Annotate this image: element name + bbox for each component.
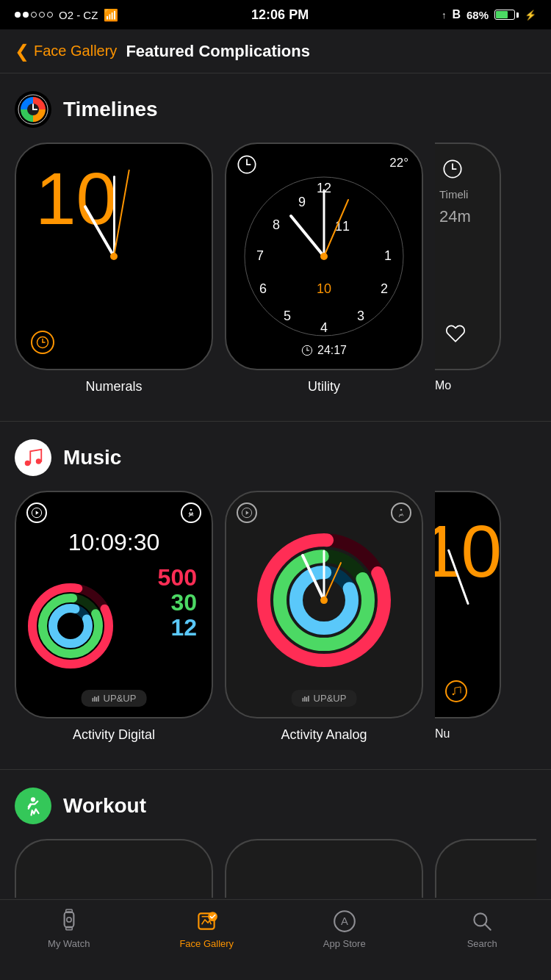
numerals-card[interactable]: 10 Numerals <box>15 143 213 394</box>
svg-text:7: 7 <box>256 248 264 263</box>
act-rings <box>26 582 115 673</box>
back-chevron-icon: ❮ <box>15 41 29 62</box>
tab-search[interactable]: Search <box>414 909 552 949</box>
svg-text:A: A <box>341 915 348 927</box>
workout-face-partial-2 <box>225 839 423 898</box>
numerals-face: 10 <box>15 143 213 370</box>
center-dot <box>110 253 118 260</box>
act-calories: 500 <box>158 566 197 589</box>
svg-point-48 <box>400 509 403 511</box>
svg-line-74 <box>486 924 491 929</box>
timelines-cards: 10 Numerals <box>15 143 536 409</box>
svg-text:9: 9 <box>298 195 306 209</box>
svg-point-68 <box>67 918 71 922</box>
svg-text:2: 2 <box>381 281 388 296</box>
workout-card-2[interactable] <box>225 839 423 898</box>
modular-clock-icon <box>442 159 463 182</box>
svg-point-34 <box>36 458 42 464</box>
workout-card-3[interactable] <box>435 839 536 898</box>
status-right: ↑ B 68% ⚡ <box>442 8 536 21</box>
battery-fill <box>496 11 508 18</box>
numerals-hour: 10 <box>35 162 117 235</box>
svg-rect-62 <box>308 696 309 702</box>
timelines-icon <box>15 91 51 128</box>
activity-analog-card[interactable]: UP&UP Activity Analog <box>225 491 423 743</box>
svg-rect-59 <box>303 698 304 702</box>
signal-dot-1 <box>15 12 21 18</box>
svg-text:1: 1 <box>384 248 392 263</box>
complication-clock-icon <box>36 336 49 349</box>
activity-digital-label: Activity Digital <box>73 727 155 743</box>
svg-point-58 <box>320 597 328 604</box>
svg-line-23 <box>291 216 324 256</box>
svg-point-26 <box>320 253 328 260</box>
tab-my-watch-label: My Watch <box>48 938 90 949</box>
wifi-icon: 📶 <box>104 8 118 22</box>
tab-app-store[interactable]: A App Store <box>276 909 414 949</box>
analog-run-complication <box>391 502 411 523</box>
tab-search-label: Search <box>467 938 497 949</box>
numerals-partial-label: Nu <box>435 727 450 741</box>
numerals-partial-card: 10 Nu <box>435 491 501 743</box>
music-title: Music <box>63 446 121 469</box>
music-cards: 10:09:30 500 30 12 <box>15 491 536 757</box>
heart-icon <box>445 323 466 347</box>
svg-rect-65 <box>64 912 73 927</box>
svg-text:10: 10 <box>317 281 331 296</box>
timelines-section: Timelines 10 <box>0 73 551 409</box>
status-left: O2 - CZ 📶 <box>15 8 118 22</box>
music-header: Music <box>15 439 536 476</box>
svg-rect-43 <box>93 698 94 702</box>
activity-analog-label: Activity Analog <box>281 727 367 743</box>
utility-clock-svg: 12 1 2 3 4 5 6 7 8 9 10 11 <box>240 172 408 341</box>
status-bar: O2 - CZ 📶 12:06 PM ↑ B 68% ⚡ <box>0 0 551 29</box>
battery-tip <box>516 12 519 18</box>
svg-text:5: 5 <box>284 309 291 323</box>
svg-point-64 <box>31 797 35 801</box>
back-button[interactable]: ❮ Face Gallery <box>15 41 117 62</box>
partial-number: 10 <box>435 514 501 588</box>
act-music-text: UP&UP <box>104 693 137 704</box>
music-icon <box>15 439 51 476</box>
utility-digital-time: 24:17 <box>301 344 347 357</box>
battery-body <box>494 10 515 20</box>
act-digital-time: 10:09:30 <box>68 529 160 556</box>
utility-temp: 22° <box>389 156 408 170</box>
act-minutes: 30 <box>170 591 197 614</box>
tab-my-watch[interactable]: My Watch <box>0 909 138 949</box>
svg-point-36 <box>190 509 192 511</box>
svg-rect-60 <box>304 696 306 702</box>
act-music-complication <box>26 502 47 523</box>
battery-percent: 68% <box>467 9 489 21</box>
bottom-left-complication <box>31 331 54 354</box>
numerals-label: Numerals <box>85 379 142 394</box>
face-gallery-icon <box>194 909 219 934</box>
tab-face-gallery[interactable]: Face Gallery <box>138 909 276 949</box>
search-icon <box>469 909 494 934</box>
bluetooth-icon: B <box>452 8 461 21</box>
utility-face: 22° 12 1 2 3 4 <box>225 143 423 370</box>
music-note-svg <box>22 447 44 469</box>
modular-label: Mo <box>435 379 451 392</box>
signal-dot-3 <box>31 12 37 18</box>
back-label: Face Gallery <box>34 43 117 60</box>
svg-text:4: 4 <box>320 320 328 335</box>
location-icon: ↑ <box>442 10 447 21</box>
svg-point-63 <box>453 693 455 696</box>
utility-card[interactable]: 22° 12 1 2 3 4 <box>225 143 423 394</box>
modular-partial-face: Timeli 24m <box>435 143 501 370</box>
battery-indicator <box>494 10 519 20</box>
modular-partial-card: Timeli 24m Mo <box>435 143 501 394</box>
my-watch-icon <box>57 909 82 934</box>
page-title: Featured Complications <box>126 42 310 61</box>
analog-music-complication <box>237 502 257 523</box>
workout-title: Workout <box>63 794 146 818</box>
signal-dots <box>15 12 53 18</box>
analog-music-label: UP&UP <box>292 690 357 707</box>
activity-digital-card[interactable]: 10:09:30 500 30 12 <box>15 491 213 743</box>
workout-face-partial-3 <box>435 839 536 898</box>
workout-card-1[interactable] <box>15 839 213 898</box>
utility-time-clock-icon <box>301 345 313 356</box>
svg-point-33 <box>25 461 31 466</box>
act-stats: 500 30 12 <box>158 566 197 639</box>
